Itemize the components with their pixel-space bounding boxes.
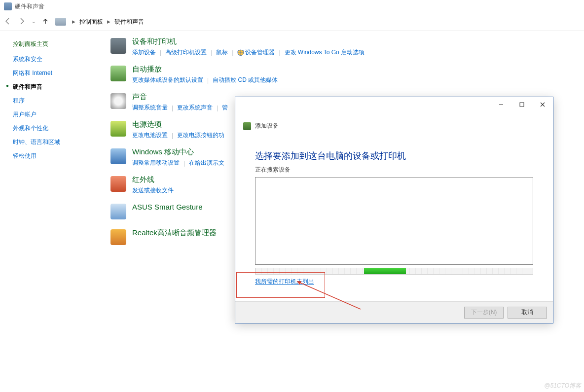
chevron-right-icon: ▶ bbox=[107, 19, 110, 24]
category-link[interactable]: 自动播放 CD 或其他媒体 bbox=[213, 76, 278, 84]
close-button[interactable] bbox=[532, 98, 553, 111]
category-link[interactable]: 高级打印机设置 bbox=[165, 48, 207, 57]
next-button[interactable]: 下一步(N) bbox=[464, 307, 504, 319]
dialog-instruction: 选择要添加到这台电脑的设备或打印机 bbox=[255, 150, 533, 162]
window-titlebar: 硬件和声音 bbox=[0, 0, 584, 13]
breadcrumb-current[interactable]: 硬件和声音 bbox=[114, 18, 144, 26]
category-link[interactable]: 设备管理器 bbox=[245, 48, 275, 57]
category-row: 设备和打印机添加设备|高级打印机设置|鼠标|设备管理器|更改 Windows T… bbox=[109, 37, 584, 57]
sidebar: 控制面板主页 系统和安全网络和 Internet硬件和声音程序用户帐户外观和个性… bbox=[0, 31, 104, 254]
category-icon bbox=[109, 120, 128, 138]
sidebar-item[interactable]: 系统和安全 bbox=[13, 55, 99, 64]
cancel-button[interactable]: 取消 bbox=[508, 307, 547, 319]
maximize-button[interactable] bbox=[511, 98, 532, 111]
sidebar-item[interactable]: 程序 bbox=[13, 97, 99, 105]
category-link[interactable]: 调整系统音量 bbox=[132, 104, 168, 112]
breadcrumb-root[interactable]: 控制面板 bbox=[79, 18, 103, 26]
category-link[interactable]: 更改电源按钮的功 bbox=[177, 131, 224, 140]
dialog-title: 添加设备 bbox=[255, 122, 279, 130]
category-icon bbox=[109, 175, 128, 193]
category-icon bbox=[109, 37, 128, 55]
category-title[interactable]: 自动播放 bbox=[132, 65, 278, 74]
sidebar-item[interactable]: 时钟、语言和区域 bbox=[13, 138, 99, 146]
category-links: 调整系统音量|更改系统声音|管 bbox=[132, 104, 228, 112]
category-title[interactable]: 电源选项 bbox=[132, 120, 224, 129]
breadcrumb-icon bbox=[55, 18, 66, 26]
category-links: 更改媒体或设备的默认设置|自动播放 CD 或其他媒体 bbox=[132, 76, 278, 84]
category-link[interactable]: 更改 Windows To Go 启动选项 bbox=[285, 48, 365, 57]
category-title[interactable]: 红外线 bbox=[132, 175, 174, 184]
sidebar-item[interactable]: 用户帐户 bbox=[13, 110, 99, 119]
app-icon bbox=[4, 2, 12, 10]
add-device-dialog: 添加设备 选择要添加到这台电脑的设备或打印机 正在搜索设备 我所需的打印机未列出… bbox=[235, 97, 553, 323]
category-link[interactable]: 鼠标 bbox=[216, 48, 228, 57]
recent-dropdown[interactable]: ⌄ bbox=[32, 19, 36, 24]
window-title: 硬件和声音 bbox=[15, 2, 44, 11]
minimize-button[interactable] bbox=[491, 98, 511, 111]
forward-button[interactable] bbox=[18, 17, 26, 27]
category-title[interactable]: 声音 bbox=[132, 92, 228, 102]
category-link[interactable]: 调整常用移动设置 bbox=[132, 159, 180, 167]
progress-bar bbox=[255, 268, 533, 275]
navigation-bar: ⌄ ▶ 控制面板 ▶ 硬件和声音 bbox=[0, 13, 584, 31]
category-link[interactable]: 更改电池设置 bbox=[132, 131, 168, 140]
printer-not-listed-link[interactable]: 我所需的打印机未列出 bbox=[255, 278, 314, 286]
breadcrumb[interactable]: ▶ 控制面板 ▶ 硬件和声音 bbox=[55, 18, 144, 26]
watermark: @51CTO博客 bbox=[544, 382, 581, 390]
category-title[interactable]: 设备和打印机 bbox=[132, 37, 365, 46]
dialog-header: 添加设备 bbox=[235, 112, 553, 133]
category-link[interactable]: 添加设备 bbox=[132, 48, 156, 57]
chevron-right-icon: ▶ bbox=[72, 19, 75, 24]
category-icon bbox=[109, 147, 128, 165]
add-device-icon bbox=[243, 122, 251, 130]
category-icon bbox=[109, 203, 128, 220]
dialog-titlebar bbox=[235, 97, 553, 112]
device-listbox[interactable] bbox=[255, 177, 533, 265]
back-button[interactable] bbox=[4, 17, 12, 27]
category-icon bbox=[109, 92, 128, 110]
category-title[interactable]: ASUS Smart Gesture bbox=[132, 203, 203, 211]
sidebar-item[interactable]: 硬件和声音 bbox=[13, 83, 99, 91]
category-icon bbox=[109, 65, 128, 82]
category-title[interactable]: Windows 移动中心 bbox=[132, 147, 224, 157]
sidebar-item[interactable]: 网络和 Internet bbox=[13, 69, 99, 77]
shield-icon bbox=[237, 49, 244, 56]
category-title[interactable]: Realtek高清晰音频管理器 bbox=[132, 228, 217, 238]
category-links: 调整常用移动设置|在给出演示文 bbox=[132, 159, 224, 167]
category-icon bbox=[109, 228, 128, 246]
category-link[interactable]: 在给出演示文 bbox=[189, 159, 224, 167]
category-link[interactable]: 发送或接收文件 bbox=[132, 186, 174, 195]
category-links: 添加设备|高级打印机设置|鼠标|设备管理器|更改 Windows To Go 启… bbox=[132, 48, 365, 57]
sidebar-heading[interactable]: 控制面板主页 bbox=[13, 40, 99, 48]
category-link[interactable]: 更改媒体或设备的默认设置 bbox=[132, 76, 203, 84]
dialog-footer: 下一步(N) 取消 bbox=[235, 301, 553, 323]
category-link[interactable]: 管 bbox=[222, 104, 228, 112]
category-row: 自动播放更改媒体或设备的默认设置|自动播放 CD 或其他媒体 bbox=[109, 65, 584, 84]
up-button[interactable] bbox=[41, 17, 49, 27]
sidebar-item[interactable]: 轻松使用 bbox=[13, 152, 99, 160]
category-links: 发送或接收文件 bbox=[132, 186, 174, 195]
svg-rect-0 bbox=[520, 103, 524, 107]
category-links: 更改电池设置|更改电源按钮的功 bbox=[132, 131, 224, 140]
dialog-searching-label: 正在搜索设备 bbox=[255, 166, 533, 174]
sidebar-item[interactable]: 外观和个性化 bbox=[13, 124, 99, 133]
category-link[interactable]: 更改系统声音 bbox=[177, 104, 213, 112]
